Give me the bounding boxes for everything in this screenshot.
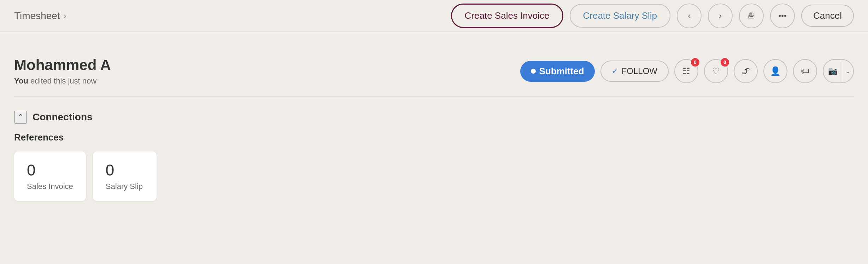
camera-icon: 📷: [828, 67, 838, 76]
breadcrumb-chevron-icon: ›: [64, 11, 66, 21]
likes-button[interactable]: ♡ 0: [704, 59, 728, 83]
sales-invoice-card[interactable]: 0 Sales Invoice: [14, 151, 86, 201]
chevron-up-icon: ⌃: [17, 113, 24, 122]
attachments-button[interactable]: 🖇: [734, 59, 758, 83]
tag-icon: 🏷: [801, 66, 809, 76]
likes-badge: 0: [721, 58, 729, 67]
camera-dropdown-chevron[interactable]: ⌄: [842, 60, 853, 82]
create-salary-slip-button[interactable]: Create Salary Slip: [570, 4, 671, 28]
person-icon: 👤: [770, 66, 781, 76]
document-subtitle-rest: edited this just now: [30, 76, 96, 85]
status-label: Submitted: [539, 66, 584, 77]
follow-check-icon: ✓: [612, 67, 618, 76]
connections-header: ⌃ Connections: [14, 111, 854, 124]
follow-button[interactable]: ✓ FOLLOW: [600, 61, 669, 82]
top-bar-actions: Create Sales Invoice Create Salary Slip …: [451, 4, 854, 28]
more-icon: •••: [779, 11, 787, 21]
doc-header: Mohammed A You edited this just now Subm…: [14, 46, 854, 97]
status-badge: Submitted: [520, 61, 595, 82]
chevron-down-icon: ⌄: [845, 67, 850, 75]
sales-invoice-count: 0: [27, 161, 73, 179]
paperclip-icon: 🖇: [741, 66, 750, 76]
notes-icon: ☷: [682, 66, 690, 76]
cancel-button[interactable]: Cancel: [801, 5, 854, 27]
create-sales-invoice-button[interactable]: Create Sales Invoice: [451, 4, 563, 28]
heart-icon: ♡: [712, 66, 720, 76]
follow-label: FOLLOW: [622, 66, 657, 76]
prev-icon: ‹: [688, 11, 690, 21]
prev-button[interactable]: ‹: [677, 4, 702, 28]
salary-slip-card[interactable]: 0 Salary Slip: [93, 151, 157, 201]
document-title: Mohammed A: [14, 57, 111, 74]
more-options-button[interactable]: •••: [770, 4, 795, 28]
breadcrumb-timesheet[interactable]: Timesheet: [14, 10, 60, 22]
salary-slip-count: 0: [106, 161, 144, 179]
salary-slip-label: Salary Slip: [106, 182, 144, 191]
document-subtitle-bold: You: [14, 76, 28, 85]
reference-cards: 0 Sales Invoice 0 Salary Slip: [14, 151, 854, 201]
document-subtitle: You edited this just now: [14, 76, 111, 86]
sales-invoice-label: Sales Invoice: [27, 182, 73, 191]
tags-button[interactable]: 🏷: [793, 59, 817, 83]
breadcrumb: Timesheet ›: [14, 10, 66, 22]
notes-badge: 0: [691, 58, 699, 67]
notes-button[interactable]: ☷ 0: [674, 59, 698, 83]
references-title: References: [14, 132, 854, 143]
next-icon: ›: [719, 11, 721, 21]
assign-button[interactable]: 👤: [763, 59, 787, 83]
connections-section: ⌃ Connections References 0 Sales Invoice…: [14, 111, 854, 201]
next-button[interactable]: ›: [708, 4, 733, 28]
camera-button[interactable]: 📷: [823, 60, 842, 82]
connections-title: Connections: [33, 111, 93, 123]
top-bar: Timesheet › Create Sales Invoice Create …: [0, 0, 868, 32]
doc-actions: Submitted ✓ FOLLOW ☷ 0 ♡ 0 🖇 👤 🏷: [520, 59, 854, 83]
camera-dropdown: 📷 ⌄: [823, 59, 854, 83]
content-area: Mohammed A You edited this just now Subm…: [0, 32, 868, 201]
collapse-connections-button[interactable]: ⌃: [14, 111, 27, 124]
print-button[interactable]: 🖶: [739, 4, 764, 28]
print-icon: 🖶: [747, 11, 755, 21]
status-dot-icon: [531, 69, 536, 74]
doc-title-section: Mohammed A You edited this just now: [14, 57, 111, 86]
